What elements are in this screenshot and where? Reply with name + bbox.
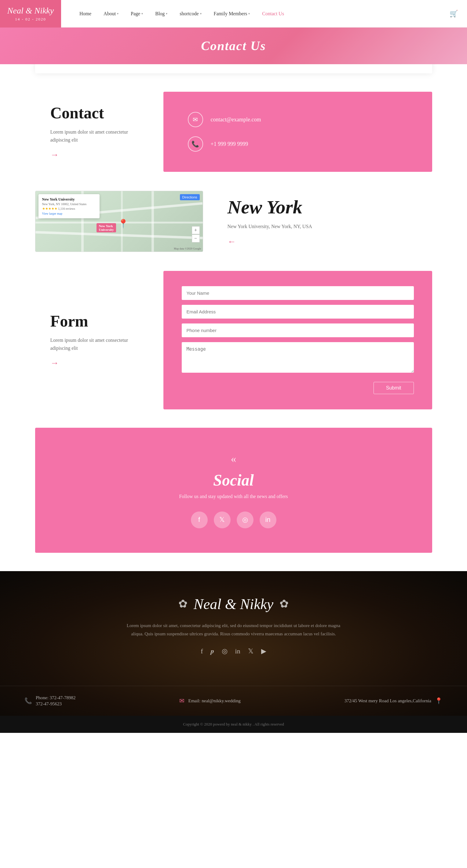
message-input[interactable] [182,342,414,373]
footer: ✿ Neal & Nikky ✿ Lorem ipsum dolor sit a… [0,571,467,733]
arrow-right-icon: → [51,150,148,160]
contact-section: Contact Lorem ipsum dolor sit amet conse… [35,92,432,172]
map-place-address: New York, NY 10002, United States [42,203,96,206]
contact-email: contact@example.com [211,117,261,123]
footer-floral-left-icon: ✿ [178,597,188,610]
footer-email-item: ✉ Email: neal@nikky.wedding [179,697,240,705]
form-description: Lorem ipsum dolor sit amet consectetur a… [51,336,148,352]
twitter-icon[interactable]: 𝕏 [214,512,231,528]
chevron-down-icon: ▾ [248,12,250,15]
contact-left: Contact Lorem ipsum dolor sit amet conse… [35,92,163,172]
submit-button[interactable]: Submit [373,382,414,394]
contact-heading: Contact [51,104,148,122]
chevron-down-icon: ▾ [117,12,119,15]
map-description: New York University, New York, NY, USA [228,223,426,230]
footer-copyright: Copyright © 2020 powerd by neal & nikky … [0,716,467,733]
footer-top: ✿ Neal & Nikky ✿ Lorem ipsum dolor sit a… [0,596,467,686]
map-reviews: 1,116 reviews [58,207,75,210]
chevron-down-icon: ▾ [166,12,167,15]
cart-icon[interactable]: 🛒 [449,10,458,18]
map-zoom-controls: + − [192,226,200,243]
contact-description: Lorem ipsum dolor sit amet consectetur a… [51,128,148,144]
map-zoom-in-button[interactable]: + [192,226,200,234]
form-heading: Form [51,312,148,330]
chevron-down-icon: ▾ [200,12,202,15]
form-section: Form Lorem ipsum dolor sit amet consecte… [35,271,432,409]
nav-home[interactable]: Home [79,11,91,17]
footer-phone-label: Phone: 372-47-78982 [36,695,75,701]
double-chevron-icon: « [47,452,420,465]
logo[interactable]: Neal & Nikky 14 - 02 - 2020 [0,0,61,28]
map-heading: New York [228,196,426,218]
footer-logo-name: Neal & Nikky [194,596,273,612]
nav-about[interactable]: About ▾ [104,11,119,17]
footer-social-icons: f 𝒑 ◎ in 𝕏 ▶ [61,647,406,655]
nav-page[interactable]: Page ▾ [131,11,143,17]
linkedin-icon[interactable]: in [260,512,276,528]
footer-address-item: 372/45 West mery Road Los angeles,Califo… [344,697,442,705]
nav-contact[interactable]: Contact Us [262,11,284,17]
hero-banner: Contact Us [0,28,467,64]
map-view-larger[interactable]: View larger map [42,212,96,215]
map-directions-button[interactable]: Directions [180,194,200,200]
email-input[interactable] [182,305,414,318]
contact-right: ✉ contact@example.com 📞 +1 999 999 9999 [163,92,432,172]
phone-icon: 📞 [188,136,203,152]
footer-facebook-icon[interactable]: f [201,647,203,655]
nav-blog[interactable]: Blog ▾ [155,11,167,17]
contact-phone: +1 999 999 9999 [211,141,248,147]
map-info-card: New York University New York, NY 10002, … [38,194,100,218]
map-info: New York New York University, New York, … [222,190,432,252]
map-place-name: New York University [42,197,96,202]
footer-floral-right-icon: ✿ [279,597,289,610]
footer-phone-item: 📞 Phone: 372-47-78982 372-47-95623 [25,695,75,707]
nav-shortcode[interactable]: shortcode ▾ [179,11,201,17]
name-input[interactable] [182,286,414,300]
contact-email-row: ✉ contact@example.com [188,112,408,127]
footer-address: 372/45 West mery Road Los angeles,Califo… [344,698,431,704]
footer-phone-icon: 📞 [25,697,32,705]
form-right: Submit [163,271,432,409]
phone-input[interactable] [182,323,414,337]
footer-pinterest-icon[interactable]: 𝒑 [211,647,214,655]
facebook-icon[interactable]: f [191,512,208,528]
footer-bottom-bar: 📞 Phone: 372-47-78982 372-47-95623 ✉ Ema… [0,686,467,716]
social-description: Follow us and stay updated with all the … [47,494,420,499]
form-left: Form Lorem ipsum dolor sit amet consecte… [35,271,163,409]
map-stars: ★★★★★ 1,116 reviews [42,207,96,211]
footer-logo-area: ✿ Neal & Nikky ✿ [61,596,406,612]
logo-date: 14 - 02 - 2020 [15,17,46,22]
arrow-right-icon-form: → [51,358,148,368]
chevron-down-icon: ▾ [141,12,143,15]
arrow-left-icon: ← [228,237,426,246]
social-section: « Social Follow us and stay updated with… [35,428,432,553]
footer-linkedin-icon[interactable]: in [235,647,240,655]
footer-email-label: Email: neal@nikky.wedding [188,698,240,704]
footer-youtube-icon[interactable]: ▶ [261,647,266,655]
footer-email-icon: ✉ [179,697,185,705]
map-zoom-out-button[interactable]: − [192,235,200,243]
submit-row: Submit [182,382,414,394]
contact-phone-row: 📞 +1 999 999 9999 [188,136,408,152]
footer-twitter-icon[interactable]: 𝕏 [248,647,254,655]
header: Neal & Nikky 14 - 02 - 2020 Home About ▾… [0,0,467,28]
nav-family[interactable]: Family Members ▾ [214,11,250,17]
footer-phone2: 372-47-95623 [36,701,75,707]
social-heading: Social [47,471,420,489]
hero-title: Contact Us [201,38,266,53]
map-container: 📍 New YorkUniversity New York University… [35,191,203,252]
logo-name: Neal & Nikky [7,6,54,16]
footer-instagram-icon[interactable]: ◎ [222,647,228,655]
footer-location-icon: 📍 [435,697,442,705]
email-icon: ✉ [188,112,203,127]
social-icons: f 𝕏 ◎ in [47,512,420,528]
map-image: 📍 New YorkUniversity New York University… [35,191,203,252]
main-nav: Home About ▾ Page ▾ Blog ▾ shortcode ▾ F… [61,11,449,17]
map-copyright: Map data ©2020 Google [174,247,201,250]
map-section: 📍 New YorkUniversity New York University… [35,190,432,252]
map-pin-icon: 📍 [118,219,129,229]
footer-description: Lorem ipsum dolor sit amet, consectetur … [127,622,340,638]
instagram-icon[interactable]: ◎ [237,512,254,528]
